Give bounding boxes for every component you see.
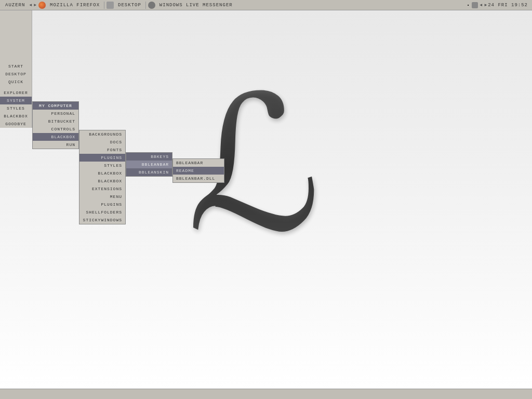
menu-plugins-bbkeys[interactable]: BBKeys: [126, 153, 172, 161]
menu-plugins-bbleanbar[interactable]: BBleanBar: [126, 161, 172, 168]
menu-blackbox-stickywindows[interactable]: StickyWindows: [79, 216, 125, 224]
sidebar-item-start[interactable]: Start: [0, 62, 32, 70]
menu-blackbox-blackbox2[interactable]: Blackbox: [79, 177, 125, 185]
sidebar-item-blackbox[interactable]: Blackbox: [0, 112, 32, 120]
menu-blackbox-docs[interactable]: Docs: [79, 138, 125, 146]
menu-bbleanbar-dll[interactable]: BBleanBar.dll: [173, 175, 224, 182]
taskbar-arrow-left[interactable]: ◄: [28, 3, 33, 7]
taskbar-separator-1: [104, 2, 104, 9]
sidebar-item-quick[interactable]: Quick: [0, 78, 32, 86]
taskbar-top: AuZern ◄ ► Mozilla Firefox Desktop Windo…: [0, 0, 532, 10]
sidebar-item-styles[interactable]: Styles: [0, 104, 32, 112]
taskbar-arrow-right[interactable]: ►: [33, 3, 37, 7]
menu-computer-controls[interactable]: Controls: [33, 125, 78, 133]
menu-bbleanbar: BBleanBar ReadMe BBleanBar.dll: [172, 158, 224, 183]
sidebar: Start Desktop Quick Explorer System Styl…: [0, 10, 32, 128]
menu-blackbox-shellfolders[interactable]: ShellFolders: [79, 208, 125, 216]
menu-plugins-bbleanskin[interactable]: BBleanSkin: [126, 168, 172, 176]
menu-blackbox: Backgrounds Docs Fonts Plugins Styles Bl…: [79, 130, 126, 224]
taskbar-auzern[interactable]: AuZern: [2, 0, 28, 10]
menu-blackbox-menu[interactable]: Menu: [79, 193, 125, 201]
menu-computer: My Computer Personal BitBucket Controls …: [32, 101, 79, 149]
menu-blackbox-blackbox1[interactable]: Blackbox: [79, 169, 125, 177]
menu-plugins: BBKeys BBleanBar BBleanSkin: [126, 152, 172, 177]
menu-blackbox-plugins2[interactable]: Plugins: [79, 201, 125, 208]
taskbar-separator-2: [145, 2, 146, 9]
menu-computer-title[interactable]: My Computer: [33, 102, 78, 110]
menu-blackbox-styles[interactable]: Styles: [79, 162, 125, 169]
taskbar-clock: 24 FRI 19:52: [488, 3, 530, 8]
taskbar-messenger[interactable]: Windows Live Messenger: [156, 0, 236, 10]
sidebar-item-desktop[interactable]: Desktop: [0, 70, 32, 78]
taskbar-bottom: [0, 389, 532, 399]
taskbar-firefox[interactable]: Mozilla Firefox: [47, 0, 103, 10]
taskbar-dot: •: [466, 3, 471, 7]
taskbar-icon-desktop: [107, 2, 114, 9]
menu-computer-run[interactable]: Run: [33, 141, 78, 149]
menu-computer-blackbox[interactable]: Blackbox: [33, 133, 78, 141]
taskbar-desktop[interactable]: Desktop: [115, 0, 144, 10]
taskbar-sys-arrow-left[interactable]: ◄: [479, 3, 484, 7]
sidebar-item-goodbye[interactable]: Goodbye: [0, 120, 32, 128]
taskbar-sys-arrow-right[interactable]: ►: [483, 3, 488, 7]
menu-computer-personal[interactable]: Personal: [33, 110, 78, 117]
menu-bbleanbar-readme[interactable]: ReadMe: [173, 167, 224, 175]
sys-icon-1: [472, 2, 478, 8]
menu-blackbox-plugins[interactable]: Plugins: [79, 154, 125, 162]
sidebar-item-explorer[interactable]: Explorer: [0, 89, 32, 97]
menu-computer-bitbucket[interactable]: BitBucket: [33, 117, 78, 125]
menu-bbleanbar-bbleanbar[interactable]: BBleanBar: [173, 159, 224, 167]
menu-blackbox-fonts[interactable]: Fonts: [79, 146, 125, 154]
firefox-icon: [38, 2, 46, 9]
menu-blackbox-backgrounds[interactable]: Backgrounds: [79, 130, 125, 138]
messenger-icon: [148, 2, 155, 9]
menu-blackbox-extensions[interactable]: Extensions: [79, 185, 125, 193]
sidebar-item-system[interactable]: System: [0, 97, 32, 104]
